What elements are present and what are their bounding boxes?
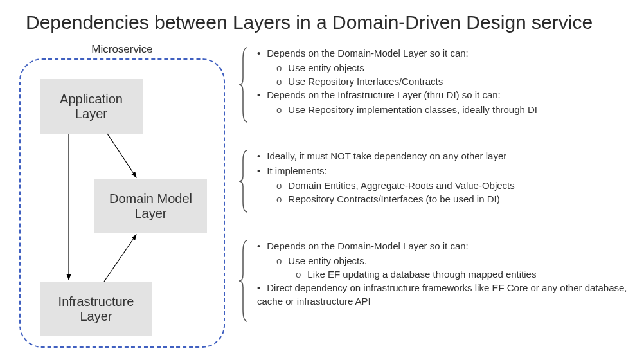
infrastructure-desc-content: Depends on the Domain-Model Layer so it …	[251, 239, 644, 309]
bullet-item: Direct dependency on infrastructure fram…	[257, 281, 644, 308]
sub-bullet-item: Use entity objects.	[276, 254, 644, 267]
sub-bullet-item: Use Repository implementation classes, i…	[276, 103, 537, 116]
microservice-label: Microservice	[19, 43, 225, 56]
bullet-item: Depends on the Domain-Model Layer so it …	[257, 239, 644, 253]
application-layer-box: Application Layer	[40, 79, 143, 134]
arrow-infra-to-domain	[104, 235, 136, 282]
bullet-item: Depends on the Domain-Model Layer so it …	[257, 46, 537, 60]
domain-description: Ideally, it must NOT take dependency on …	[238, 149, 644, 213]
sub-bullet-item: Use entity objects	[276, 61, 537, 75]
descriptions-column: Depends on the Domain-Model Layer so it …	[238, 43, 644, 348]
sub-bullet-item: Use Repository Interfaces/Contracts	[276, 75, 537, 88]
diagram-column: Microservice Application Layer Domain Mo…	[0, 43, 225, 348]
brace-icon	[238, 149, 251, 213]
bullet-item: Depends on the Infrastructure Layer (thr…	[257, 88, 537, 102]
infrastructure-description: Depends on the Domain-Model Layer so it …	[238, 239, 644, 323]
application-description: Depends on the Domain-Model Layer so it …	[238, 46, 644, 123]
microservice-boundary: Application Layer Domain Model Layer Inf…	[19, 58, 225, 348]
brace-icon	[238, 239, 251, 323]
content-area: Microservice Application Layer Domain Mo…	[0, 43, 644, 348]
sub-bullet-item: Domain Entities, Aggregate-Roots and Val…	[276, 179, 515, 192]
domain-model-layer-box: Domain Model Layer	[94, 179, 207, 233]
sub-sub-bullet-item: Like EF updating a database through mapp…	[296, 267, 644, 281]
brace-icon	[238, 46, 251, 123]
bullet-item: It implements:	[257, 164, 515, 177]
sub-bullet-item: Repository Contracts/Interfaces (to be u…	[276, 192, 515, 206]
domain-desc-content: Ideally, it must NOT take dependency on …	[251, 149, 515, 206]
bullet-item: Ideally, it must NOT take dependency on …	[257, 149, 515, 163]
infrastructure-layer-box: Infrastructure Layer	[40, 282, 152, 336]
arrow-app-to-domain	[107, 134, 136, 177]
page-title: Dependencies between Layers in a Domain-…	[0, 0, 644, 33]
application-desc-content: Depends on the Domain-Model Layer so it …	[251, 46, 537, 116]
